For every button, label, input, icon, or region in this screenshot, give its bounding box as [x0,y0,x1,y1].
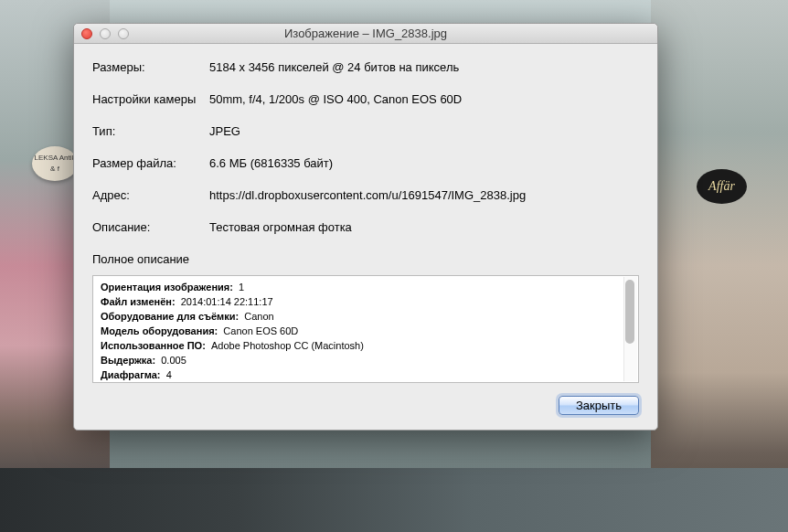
background-bottom [0,468,788,532]
detail-key: Использованное ПО: [101,340,206,351]
detail-value: 0.005 [161,355,186,366]
window-zoom-button[interactable] [118,28,129,39]
detail-value: Adobe Photoshop CC (Macintosh) [211,340,364,351]
detail-value: Canon [244,311,273,322]
row-dimensions: Размеры: 5184 x 3456 пикселей @ 24 битов… [92,60,639,74]
window-minimize-button[interactable] [100,28,111,39]
detail-value: 2014:01:14 22:11:17 [181,296,273,307]
value-description: Тестовая огромная фотка [209,220,639,234]
label-camera: Настройки камеры [92,92,209,106]
row-description: Описание: Тестовая огромная фотка [92,220,639,234]
value-filesize: 6.6 МБ (6816335 байт) [209,156,639,170]
value-dimensions: 5184 x 3456 пикселей @ 24 битов на пиксе… [209,60,639,74]
detail-software: Использованное ПО: Adobe Photoshop CC (M… [101,338,631,353]
traffic-lights [74,28,129,39]
detail-orientation: Ориентация изображения: 1 [101,280,631,294]
background-right [651,0,788,532]
label-dimensions: Размеры: [92,60,209,74]
detail-key: Диафрагма: [101,369,161,380]
value-camera: 50mm, f/4, 1/200s @ ISO 400, Canon EOS 6… [209,92,639,106]
full-description-textarea[interactable]: Ориентация изображения: 1 Файл изменён: … [92,275,639,383]
row-camera: Настройки камеры 50mm, f/4, 1/200s @ ISO… [92,92,639,106]
detail-key: Выдержка: [101,355,155,366]
window-title: Изображение – IMG_2838.jpg [74,27,657,40]
shop-sign-left: LEKSA Antik & f [32,146,78,181]
detail-key: Модель оборудования: [101,325,218,336]
image-info-dialog: Изображение – IMG_2838.jpg Размеры: 5184… [73,23,658,431]
detail-model: Модель оборудования: Canon EOS 60D [101,324,631,338]
value-address: https://dl.dropboxusercontent.com/u/1691… [209,188,639,202]
full-description-header: Полное описание [92,252,639,266]
label-filesize: Размер файла: [92,156,209,170]
row-type: Тип: JPEG [92,124,639,138]
detail-key: Ориентация изображения: [101,282,233,293]
detail-value: 1 [239,282,244,293]
scrollbar-track[interactable] [623,277,637,381]
detail-value: 4 [166,369,172,380]
row-address: Адрес: https://dl.dropboxusercontent.com… [92,188,639,202]
window-close-button[interactable] [81,28,92,39]
label-type: Тип: [92,124,209,138]
label-address: Адрес: [92,188,209,202]
button-row: Закрыть [92,396,639,415]
detail-make: Оборудование для съёмки: Canon [101,309,631,324]
detail-key: Оборудование для съёмки: [101,311,239,322]
detail-key: Файл изменён: [101,296,176,307]
detail-exposure: Выдержка: 0.005 [101,353,631,367]
detail-modified: Файл изменён: 2014:01:14 22:11:17 [101,294,631,309]
label-description: Описание: [92,220,209,234]
scrollbar-thumb[interactable] [625,280,634,344]
dialog-content: Размеры: 5184 x 3456 пикселей @ 24 битов… [74,44,657,430]
value-type: JPEG [209,124,639,138]
titlebar[interactable]: Изображение – IMG_2838.jpg [74,24,657,44]
detail-aperture: Диафрагма: 4 [101,367,631,382]
close-button[interactable]: Закрыть [559,396,639,415]
shop-sign-right: Affär [697,169,747,204]
row-filesize: Размер файла: 6.6 МБ (6816335 байт) [92,156,639,170]
detail-value: Canon EOS 60D [223,325,298,336]
